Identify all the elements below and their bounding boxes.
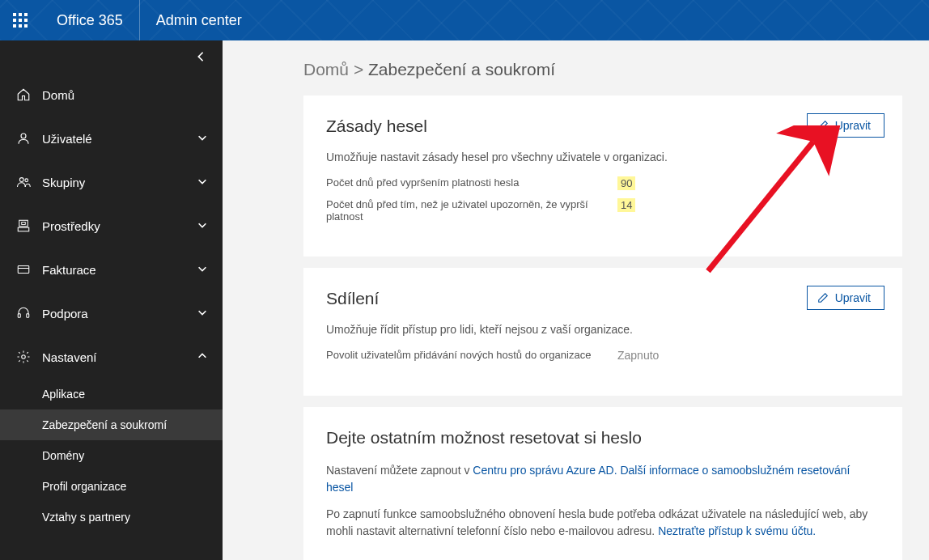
- svg-rect-15: [18, 266, 29, 274]
- group-icon: [15, 175, 32, 189]
- breadcrumb-current: Zabezpečení a soukromí: [368, 60, 555, 78]
- main-content: Domů > Zabezpečení a soukromí Upravit Zá…: [223, 40, 929, 560]
- chevron-down-icon: [197, 263, 208, 277]
- allow-guests-row: Povolit uživatelům přidávání nových host…: [326, 349, 880, 362]
- edit-button-label: Upravit: [835, 291, 871, 304]
- panel-sharing: Upravit Sdílení Umožňuje řídit přístup p…: [303, 268, 902, 396]
- chevron-down-icon: [197, 132, 208, 146]
- sidebar-subitem-security-privacy[interactable]: Zabezpečení a soukromí: [0, 409, 223, 440]
- row-label: Povolit uživatelům přidávání nových host…: [326, 349, 617, 362]
- svg-rect-2: [24, 13, 28, 16]
- sidebar-subitem-label: Vztahy s partnery: [42, 511, 130, 524]
- sidebar-subitem-domains[interactable]: Domény: [0, 440, 223, 471]
- svg-point-11: [25, 179, 28, 182]
- subbrand-label[interactable]: Admin center: [140, 0, 258, 40]
- panel-text-1: Nastavení můžete zapnout v Centru pro sp…: [326, 462, 880, 496]
- sidebar-item-label: Fakturace: [42, 263, 96, 277]
- brand-label[interactable]: Office 365: [40, 0, 140, 40]
- panel-title: Dejte ostatním možnost resetovat si hesl…: [326, 428, 880, 448]
- sidebar-item-label: Prostředky: [42, 219, 100, 233]
- sidebar-item-users[interactable]: Uživatelé: [0, 117, 223, 160]
- gear-icon: [15, 350, 32, 364]
- password-expiry-days-row: Počet dnů před vypršením platnosti hesla…: [326, 176, 880, 190]
- svg-rect-17: [18, 314, 20, 318]
- pencil-icon: [817, 120, 829, 131]
- chevron-left-icon: [195, 51, 206, 62]
- edit-sharing-button[interactable]: Upravit: [807, 286, 884, 310]
- sidebar-item-resources[interactable]: Prostředky: [0, 204, 223, 248]
- row-value: 14: [617, 198, 635, 212]
- svg-rect-14: [22, 223, 26, 225]
- sidebar-subitem-partner-relations[interactable]: Vztahy s partnery: [0, 502, 223, 532]
- chevron-down-icon: [197, 219, 208, 233]
- resources-icon: [15, 218, 32, 233]
- breadcrumb-home[interactable]: Domů: [303, 60, 349, 78]
- panel-password-reset: Dejte ostatním možnost resetovat si hesl…: [303, 407, 902, 560]
- pencil-icon: [817, 292, 829, 303]
- row-label: Počet dnů před vypršením platnosti hesla: [326, 176, 617, 190]
- sidebar-subitem-label: Domény: [42, 449, 84, 462]
- svg-rect-0: [13, 13, 16, 16]
- panel-title: Zásady hesel: [326, 117, 880, 136]
- svg-point-10: [19, 178, 23, 182]
- support-icon: [15, 306, 32, 320]
- panel-password-policy: Upravit Zásady hesel Umožňuje nastavit z…: [303, 95, 902, 257]
- sidebar-item-label: Domů: [42, 88, 74, 102]
- sidebar-item-groups[interactable]: Skupiny: [0, 160, 223, 204]
- svg-rect-4: [19, 19, 22, 22]
- svg-rect-3: [13, 19, 16, 22]
- sidebar-item-home[interactable]: Domů: [0, 73, 223, 117]
- sidebar: Domů Uživatelé Skupiny Prostředky: [0, 40, 223, 560]
- waffle-icon: [13, 13, 28, 28]
- panel-description: Umožňuje řídit přístup pro lidi, kteří n…: [326, 323, 880, 336]
- svg-rect-13: [18, 227, 29, 231]
- sidebar-subitem-label: Zabezpečení a soukromí: [42, 418, 167, 431]
- panel-text-2: Po zapnutí funkce samoobslužného obnoven…: [326, 506, 880, 540]
- sidebar-item-billing[interactable]: Fakturace: [0, 248, 223, 291]
- sidebar-item-settings[interactable]: Nastavení: [0, 335, 223, 379]
- collapse-sidebar-button[interactable]: [0, 40, 223, 73]
- sidebar-subitem-org-profile[interactable]: Profil organizace: [0, 471, 223, 502]
- azure-ad-admin-link[interactable]: Centru pro správu Azure AD.: [473, 464, 617, 477]
- sidebar-item-support[interactable]: Podpora: [0, 291, 223, 335]
- sidebar-item-label: Uživatelé: [42, 132, 92, 146]
- svg-rect-8: [24, 24, 28, 28]
- panel-title: Sdílení: [326, 289, 880, 308]
- edit-password-policy-button[interactable]: Upravit: [807, 113, 884, 138]
- chevron-up-icon: [197, 350, 208, 364]
- sidebar-item-label: Podpora: [42, 307, 88, 320]
- row-value: Zapnuto: [617, 349, 659, 362]
- panel-description: Umožňuje nastavit zásady hesel pro všech…: [326, 151, 880, 163]
- breadcrumb-sep: >: [354, 60, 363, 78]
- svg-rect-12: [19, 220, 28, 227]
- row-label: Počet dnů před tím, než je uživatel upoz…: [326, 198, 617, 223]
- svg-rect-7: [19, 24, 22, 28]
- password-warning-days-row: Počet dnů před tím, než je uživatel upoz…: [326, 198, 880, 223]
- keep-access-link[interactable]: Neztraťte přístup k svému účtu.: [658, 524, 816, 537]
- svg-rect-6: [13, 24, 16, 28]
- sidebar-subitem-applications[interactable]: Aplikace: [0, 379, 223, 409]
- row-value: 90: [617, 176, 635, 190]
- svg-point-19: [22, 355, 26, 359]
- sidebar-subitem-label: Aplikace: [42, 388, 85, 401]
- edit-button-label: Upravit: [835, 119, 871, 132]
- svg-rect-5: [24, 19, 28, 22]
- sidebar-item-label: Skupiny: [42, 176, 85, 189]
- sidebar-subitem-label: Profil organizace: [42, 480, 126, 493]
- home-icon: [15, 87, 32, 102]
- chevron-down-icon: [197, 307, 208, 320]
- billing-icon: [15, 262, 32, 277]
- breadcrumb: Domů > Zabezpečení a soukromí: [223, 40, 929, 95]
- chevron-down-icon: [197, 176, 208, 189]
- svg-rect-1: [19, 13, 22, 16]
- top-header: Office 365 Admin center: [0, 0, 929, 40]
- svg-point-9: [21, 134, 26, 138]
- app-launcher-button[interactable]: [0, 0, 40, 40]
- sidebar-item-label: Nastavení: [42, 350, 97, 364]
- svg-rect-18: [27, 314, 29, 318]
- user-icon: [15, 131, 32, 146]
